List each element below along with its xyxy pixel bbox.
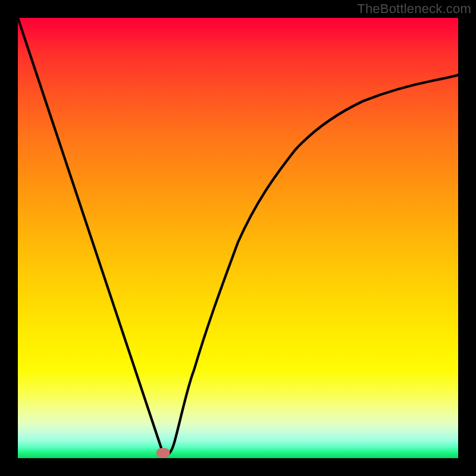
- watermark-text: TheBottleneck.com: [357, 1, 471, 17]
- optimal-point-marker: [156, 448, 170, 458]
- bottleneck-curve-path: [18, 18, 458, 455]
- plot-area: [18, 18, 458, 458]
- curve-svg: [18, 18, 458, 458]
- chart-container: TheBottleneck.com: [0, 0, 476, 476]
